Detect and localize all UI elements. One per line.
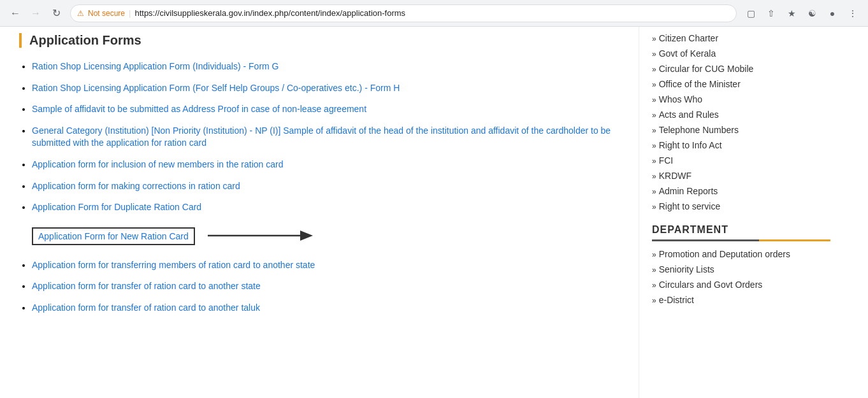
chevron-right-icon: » bbox=[652, 187, 656, 196]
chevron-right-icon: » bbox=[652, 34, 656, 43]
inclusion-new-members-link[interactable]: Application form for inclusion of new me… bbox=[32, 159, 284, 169]
chevron-right-icon: » bbox=[652, 281, 656, 290]
chevron-right-icon: » bbox=[652, 203, 656, 211]
sidebar-link-item[interactable]: »Whos Who bbox=[652, 94, 855, 104]
sidebar-link-item[interactable]: »Office of the Minister bbox=[652, 79, 855, 89]
corrections-ration-card-link[interactable]: Application form for making corrections … bbox=[32, 181, 240, 191]
application-forms-list: Ration Shop Licensing Application Form (… bbox=[19, 60, 619, 214]
sidebar-link-item[interactable]: »Telephone Numbers bbox=[652, 125, 855, 135]
affidavit-address-proof-link[interactable]: Sample of affidavit to be submitted as A… bbox=[32, 104, 366, 114]
sidebar-link-text: Right to Info Act bbox=[659, 140, 722, 150]
screenshot-button[interactable]: ▢ bbox=[742, 4, 760, 22]
sidebar-link-item[interactable]: »Acts and Rules bbox=[652, 110, 855, 120]
menu-button[interactable]: ⋮ bbox=[844, 4, 862, 22]
sidebar-link-text: Telephone Numbers bbox=[659, 125, 739, 135]
sidebar-link-item[interactable]: »Right to service bbox=[652, 201, 855, 211]
url-text: https://civilsupplieskerala.gov.in/index… bbox=[134, 8, 405, 18]
ration-shop-form-g-link[interactable]: Ration Shop Licensing Application Form (… bbox=[32, 61, 279, 71]
right-sidebar: »Citizen Charter»Govt of Kerala»Circular… bbox=[639, 27, 868, 398]
sidebar-link-text: FCI bbox=[659, 155, 674, 166]
list-item: Sample of affidavit to be submitted as A… bbox=[32, 103, 619, 116]
department-link-item[interactable]: »Promotion and Deputation orders bbox=[652, 249, 855, 259]
sidebar-link-item[interactable]: »Admin Reports bbox=[652, 186, 855, 196]
sidebar-link-item[interactable]: »KRDWF bbox=[652, 171, 855, 181]
list-item: Ration Shop Licensing Application Form (… bbox=[32, 82, 619, 95]
transfer-members-another-state-link[interactable]: Application form for transferring member… bbox=[32, 260, 315, 270]
chevron-right-icon: » bbox=[652, 126, 656, 135]
chevron-right-icon: » bbox=[652, 96, 656, 104]
sidebar-link-text: KRDWF bbox=[659, 171, 691, 181]
chevron-right-icon: » bbox=[652, 172, 656, 181]
sidebar-link-text: Office of the Minister bbox=[659, 79, 741, 89]
page-title: Application Forms bbox=[19, 33, 619, 48]
ration-shop-form-h-link[interactable]: Ration Shop Licensing Application Form (… bbox=[32, 83, 400, 93]
forward-button[interactable]: → bbox=[27, 4, 45, 22]
reload-button[interactable]: ↻ bbox=[47, 4, 65, 22]
sidebar-link-text: Right to service bbox=[659, 201, 720, 211]
list-item: Application form for making corrections … bbox=[32, 180, 619, 193]
chevron-right-icon: » bbox=[652, 266, 656, 274]
department-link-item[interactable]: »Circulars and Govt Orders bbox=[652, 280, 855, 290]
duplicate-ration-card-link[interactable]: Application Form for Duplicate Ration Ca… bbox=[32, 202, 201, 212]
list-item: General Category (Institution) [Non Prio… bbox=[32, 125, 619, 150]
transfer-ration-card-another-state-link[interactable]: Application form for transfer of ration … bbox=[32, 281, 261, 291]
not-secure-label: Not secure bbox=[88, 9, 125, 18]
chevron-right-icon: » bbox=[652, 250, 656, 259]
list-item: Application Form for Duplicate Ration Ca… bbox=[32, 201, 619, 214]
sidebar-link-text: Circular for CUG Mobile bbox=[659, 64, 754, 74]
application-forms-list-2: Application form for transferring member… bbox=[19, 259, 619, 315]
nav-buttons: ← → ↻ bbox=[6, 4, 65, 22]
chevron-right-icon: » bbox=[652, 296, 656, 305]
department-links-list: »Promotion and Deputation orders»Seniori… bbox=[652, 249, 855, 305]
address-bar[interactable]: ⚠ Not secure | https://civilsupplieskera… bbox=[70, 4, 737, 22]
list-item: Application form for inclusion of new me… bbox=[32, 159, 619, 171]
department-link-text: e-District bbox=[659, 295, 694, 305]
sidebar-link-text: Whos Who bbox=[659, 94, 702, 104]
profile-button[interactable]: ● bbox=[823, 4, 841, 22]
sidebar-link-text: Admin Reports bbox=[659, 186, 718, 196]
security-warning-icon: ⚠ bbox=[77, 9, 84, 18]
list-item: Application form for transferring member… bbox=[32, 259, 619, 272]
list-item: Ration Shop Licensing Application Form (… bbox=[32, 60, 619, 73]
sidebar-link-text: Citizen Charter bbox=[659, 33, 718, 43]
browser-toolbar: ← → ↻ ⚠ Not secure | https://civilsuppli… bbox=[0, 0, 868, 27]
chevron-right-icon: » bbox=[652, 111, 656, 120]
chevron-right-icon: » bbox=[652, 80, 656, 89]
general-category-affidavit-link[interactable]: General Category (Institution) [Non Prio… bbox=[32, 125, 611, 148]
chevron-right-icon: » bbox=[652, 50, 656, 59]
sidebar-link-item[interactable]: »FCI bbox=[652, 155, 855, 166]
sidebar-link-item[interactable]: »Govt of Kerala bbox=[652, 48, 855, 59]
extensions-button[interactable]: ☯ bbox=[803, 4, 821, 22]
sidebar-link-text: Acts and Rules bbox=[659, 110, 719, 120]
share-button[interactable]: ⇧ bbox=[762, 4, 780, 22]
list-item: Application form for transfer of ration … bbox=[32, 302, 619, 315]
chevron-right-icon: » bbox=[652, 157, 656, 166]
highlighted-item-row: Application Form for New Ration Card bbox=[32, 223, 619, 250]
chevron-right-icon: » bbox=[652, 141, 656, 150]
department-link-item[interactable]: »e-District bbox=[652, 295, 855, 305]
transfer-ration-card-another-taluk-link[interactable]: Application form for transfer of ration … bbox=[32, 302, 260, 313]
department-link-text: Circulars and Govt Orders bbox=[659, 280, 763, 290]
arrow-indicator bbox=[208, 223, 322, 250]
department-header: DEPARTMENT bbox=[652, 224, 855, 236]
department-link-item[interactable]: »Seniority Lists bbox=[652, 264, 855, 274]
department-link-text: Seniority Lists bbox=[659, 264, 714, 274]
bookmark-button[interactable]: ★ bbox=[783, 4, 800, 22]
new-ration-card-link[interactable]: Application Form for New Ration Card bbox=[38, 231, 189, 241]
chevron-right-icon: » bbox=[652, 65, 656, 74]
department-section: DEPARTMENT »Promotion and Deputation ord… bbox=[652, 224, 855, 305]
separator: | bbox=[129, 8, 131, 18]
main-content-area: Application Forms Ration Shop Licensing … bbox=[0, 27, 639, 398]
sidebar-link-item[interactable]: »Right to Info Act bbox=[652, 140, 855, 150]
department-link-text: Promotion and Deputation orders bbox=[659, 249, 790, 259]
highlighted-box: Application Form for New Ration Card bbox=[32, 227, 195, 245]
back-button[interactable]: ← bbox=[6, 4, 24, 22]
quick-links-section: »Citizen Charter»Govt of Kerala»Circular… bbox=[652, 33, 855, 211]
toolbar-right: ▢ ⇧ ★ ☯ ● ⋮ bbox=[742, 4, 862, 22]
page-content: Application Forms Ration Shop Licensing … bbox=[0, 27, 868, 398]
sidebar-link-item[interactable]: »Circular for CUG Mobile bbox=[652, 64, 855, 74]
quick-links-list: »Citizen Charter»Govt of Kerala»Circular… bbox=[652, 33, 855, 211]
sidebar-link-item[interactable]: »Citizen Charter bbox=[652, 33, 855, 43]
svg-marker-1 bbox=[300, 231, 313, 241]
list-item: Application form for transfer of ration … bbox=[32, 280, 619, 293]
